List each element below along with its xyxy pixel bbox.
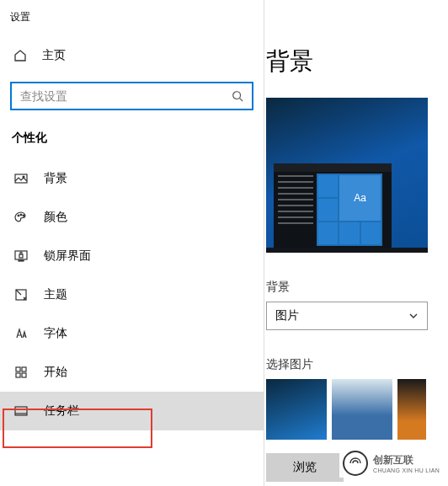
page-title: 背景 (264, 45, 448, 77)
watermark: 创新互联 CHUANG XIN HU LIAN (339, 449, 443, 478)
main-panel: 背景 Aa 背景 图片 选择图片 浏览 (264, 0, 448, 486)
search-icon (232, 90, 243, 102)
svg-rect-1 (15, 174, 27, 183)
watermark-line2: CHUANG XIN HU LIAN (373, 467, 440, 473)
home-icon (13, 49, 27, 62)
sidebar-item-start[interactable]: 开始 (0, 353, 264, 392)
svg-rect-8 (19, 254, 23, 258)
picture-icon (13, 171, 29, 186)
taskbar-icon (13, 403, 29, 419)
sidebar: 设置 主页 个性化 背景 颜色 锁屏界面 主题 (0, 0, 264, 486)
browse-button[interactable]: 浏览 (266, 453, 344, 482)
lockscreen-icon (13, 248, 29, 264)
preview-tiles: Aa (317, 174, 382, 246)
svg-rect-12 (16, 373, 20, 377)
svg-point-3 (18, 215, 19, 216)
browse-button-label: 浏览 (293, 460, 317, 475)
svg-point-0 (233, 92, 241, 99)
watermark-line1: 创新互联 (373, 453, 440, 467)
sidebar-item-label: 背景 (44, 171, 67, 186)
watermark-icon (343, 451, 368, 476)
chevron-down-icon (408, 311, 419, 321)
desktop-preview: Aa (266, 98, 428, 253)
sidebar-item-label: 锁屏界面 (44, 248, 91, 264)
sidebar-item-fonts[interactable]: 字体 (0, 314, 264, 353)
app-title: 设置 (0, 7, 264, 40)
preview-start-menu (278, 175, 313, 228)
start-icon (13, 365, 29, 380)
palette-icon (13, 210, 29, 225)
sidebar-item-lockscreen[interactable]: 锁屏界面 (0, 237, 264, 275)
svg-rect-13 (22, 373, 26, 377)
svg-point-5 (23, 215, 24, 216)
picture-thumbnails (266, 379, 448, 440)
search-input[interactable] (20, 89, 232, 103)
search-box[interactable] (10, 82, 253, 110)
sidebar-item-label: 任务栏 (44, 403, 79, 419)
sidebar-item-label: 开始 (44, 365, 67, 380)
preview-tile-aa: Aa (339, 175, 381, 221)
themes-icon (13, 287, 29, 302)
sidebar-item-themes[interactable]: 主题 (0, 275, 264, 314)
picture-thumb[interactable] (266, 379, 327, 440)
preview-taskbar (266, 248, 428, 253)
section-header: 个性化 (0, 131, 264, 159)
sidebar-item-label: 颜色 (44, 210, 67, 225)
sidebar-item-label: 字体 (44, 326, 67, 341)
sidebar-item-colors[interactable]: 颜色 (0, 198, 264, 237)
bg-dropdown-value: 图片 (275, 308, 299, 323)
picture-thumb[interactable] (397, 379, 426, 440)
sidebar-item-taskbar[interactable]: 任务栏 (0, 392, 264, 430)
bg-field-label: 背景 (266, 280, 448, 295)
svg-point-4 (20, 214, 22, 216)
bg-dropdown[interactable]: 图片 (266, 302, 428, 330)
svg-rect-10 (16, 367, 20, 371)
picture-thumb[interactable] (332, 379, 392, 440)
svg-point-2 (23, 176, 24, 178)
svg-rect-7 (19, 260, 24, 261)
sidebar-item-label: 主题 (44, 287, 67, 302)
home-label: 主页 (42, 48, 66, 63)
svg-rect-11 (22, 367, 26, 371)
choose-picture-label: 选择图片 (266, 357, 448, 372)
sidebar-item-background[interactable]: 背景 (0, 159, 264, 198)
home-button[interactable]: 主页 (0, 40, 264, 72)
fonts-icon (13, 326, 29, 341)
